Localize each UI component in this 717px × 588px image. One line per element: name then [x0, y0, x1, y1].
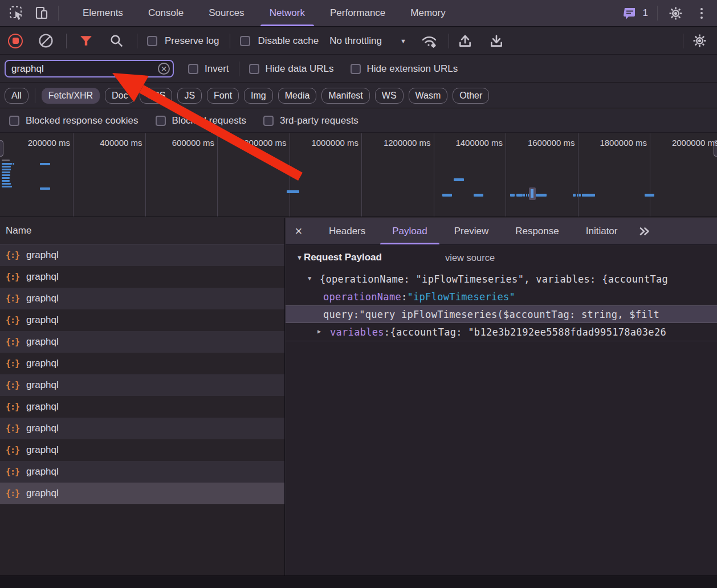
tab-response[interactable]: Response	[506, 218, 569, 244]
3rd-party-requests-checkbox[interactable]	[263, 116, 274, 126]
tab-headers[interactable]: Headers	[319, 218, 375, 244]
throttling-value: No throttling	[329, 35, 382, 47]
filter-chip-ws[interactable]: WS	[375, 88, 404, 104]
key-value-separator: :	[384, 326, 390, 338]
table-row[interactable]: {:}graphql	[0, 266, 284, 288]
table-row[interactable]: {:}graphql	[0, 483, 284, 504]
timeline-tick-label: 2000000 ms	[672, 138, 717, 148]
network-settings-gear-icon[interactable]	[691, 32, 708, 50]
table-row[interactable]: {:}graphql	[0, 331, 284, 353]
request-payload-title: Request Payload	[304, 252, 382, 263]
waterfall-bar	[474, 194, 483, 197]
clear-filter-icon[interactable]: ✕	[158, 63, 170, 75]
more-tabs-chevron-icon[interactable]	[636, 223, 653, 240]
request-name: graphql	[26, 488, 59, 499]
record-network-log-button[interactable]	[8, 34, 23, 48]
filter-chip-media[interactable]: Media	[278, 88, 317, 104]
blocked-response-cookies-checkbox[interactable]	[9, 116, 19, 126]
close-details-icon[interactable]: ×	[286, 224, 312, 239]
tab-network[interactable]: Network	[257, 0, 317, 26]
timeline-tick-label: 1600000 ms	[528, 138, 575, 148]
view-source-link[interactable]: view source	[445, 252, 495, 263]
devtools-main-tab-bar: ElementsConsoleSourcesNetworkPerformance…	[0, 0, 717, 27]
waterfall-bar	[40, 187, 50, 190]
json-braces-icon: {:}	[6, 467, 19, 477]
toolbar-divider	[230, 34, 230, 48]
extra-filter-blocked-requests: Blocked requests	[156, 115, 246, 126]
settings-gear-icon[interactable]	[667, 5, 684, 22]
tab-initiator[interactable]: Initiator	[576, 218, 628, 244]
filter-chip-font[interactable]: Font	[207, 88, 239, 104]
import-har-upload-icon[interactable]	[457, 32, 474, 50]
payload-query-row[interactable]: query: "query ipFlowTimeseries($accountT…	[286, 305, 717, 323]
table-row[interactable]: {:}graphql	[0, 309, 284, 331]
export-har-download-icon[interactable]	[488, 32, 505, 50]
hide-extension-urls-checkbox[interactable]	[351, 64, 361, 74]
tab-sources[interactable]: Sources	[196, 0, 256, 26]
table-row[interactable]: {:}graphql	[0, 244, 284, 266]
tab-console[interactable]: Console	[136, 0, 196, 26]
throttling-dropdown[interactable]: No throttling ▼	[329, 35, 406, 47]
waterfall-bar	[516, 194, 523, 197]
timeline-gridline	[578, 133, 579, 217]
bottom-edge	[0, 575, 717, 588]
name-column-header[interactable]: Name	[0, 218, 284, 244]
invert-checkbox[interactable]	[188, 64, 198, 74]
request-payload-section-header[interactable]: ▼ Request Payload view source	[286, 245, 717, 270]
tab-elements[interactable]: Elements	[70, 0, 136, 26]
table-row[interactable]: {:}graphql	[0, 396, 284, 418]
tab-payload[interactable]: Payload	[382, 218, 437, 244]
tab-memory[interactable]: Memory	[398, 0, 458, 26]
disable-cache-checkbox[interactable]	[240, 36, 250, 46]
table-row[interactable]: {:}graphql	[0, 418, 284, 439]
filter-chip-manifest[interactable]: Manifest	[321, 88, 369, 104]
json-braces-icon: {:}	[6, 358, 19, 369]
issues-count[interactable]: 1	[643, 7, 648, 19]
timeline-overview[interactable]: 200000 ms400000 ms600000 ms800000 ms1000…	[0, 133, 717, 217]
request-name: graphql	[26, 444, 59, 456]
issues-message-icon[interactable]	[621, 5, 638, 22]
table-row[interactable]: {:}graphql	[0, 353, 284, 374]
network-conditions-icon[interactable]	[421, 32, 438, 50]
filter-chip-other[interactable]: Other	[453, 88, 489, 104]
table-row[interactable]: {:}graphql	[0, 439, 284, 461]
timeline-gridline	[290, 133, 290, 217]
preserve-log-checkbox[interactable]	[147, 36, 157, 46]
hide-data-urls-checkbox[interactable]	[249, 64, 259, 74]
timeline-tick-label: 800000 ms	[244, 138, 286, 148]
network-filter-bar: ✕ Invert Hide data URLs Hide extension U…	[0, 55, 717, 83]
json-braces-icon: {:}	[6, 402, 19, 412]
blocked-requests-checkbox[interactable]	[156, 116, 166, 126]
table-row[interactable]: {:}graphql	[0, 288, 284, 309]
inspect-element-icon[interactable]	[8, 5, 25, 22]
payload-variables-row[interactable]: ▶ variables: {accountTag: "b12e3b2192ee5…	[286, 323, 717, 341]
filter-funnel-icon[interactable]	[78, 32, 95, 50]
device-toolbar-icon[interactable]	[33, 5, 50, 22]
request-list: {:}graphql{:}graphql{:}graphql{:}graphql…	[0, 244, 284, 504]
waterfall-bar	[2, 183, 11, 185]
timeline-left-handle[interactable]	[0, 140, 3, 157]
payload-operation-row[interactable]: operationName: "ipFlowTimeseries"	[286, 288, 717, 305]
filter-chip-css[interactable]: CSS	[140, 88, 172, 104]
table-row[interactable]: {:}graphql	[0, 461, 284, 483]
section-divider	[286, 341, 717, 341]
key-value-separator: :	[401, 291, 408, 303]
tab-preview[interactable]: Preview	[445, 218, 498, 244]
filter-chip-img[interactable]: Img	[244, 88, 273, 104]
filter-chip-doc[interactable]: Doc	[105, 88, 135, 104]
payload-preview-row[interactable]: ▼ {operationName: "ipFlowTimeseries", va…	[286, 270, 717, 288]
waterfall-bar	[2, 180, 10, 182]
filter-text-input[interactable]	[5, 60, 174, 77]
tab-performance[interactable]: Performance	[317, 0, 398, 26]
waterfall-bar	[454, 178, 464, 181]
extra-filter-3rd-party-requests: 3rd-party requests	[263, 115, 358, 126]
clear-network-log-icon[interactable]	[37, 32, 54, 50]
table-row[interactable]: {:}graphql	[0, 374, 284, 396]
filter-chip-js[interactable]: JS	[177, 88, 202, 104]
more-options-kebab-icon[interactable]	[693, 5, 710, 22]
filter-chip-all[interactable]: All	[5, 88, 28, 104]
filter-chip-fetch-xhr[interactable]: Fetch/XHR	[42, 88, 100, 104]
search-icon[interactable]	[108, 32, 125, 50]
filter-chip-wasm[interactable]: Wasm	[409, 88, 448, 104]
json-braces-icon: {:}	[6, 445, 19, 455]
